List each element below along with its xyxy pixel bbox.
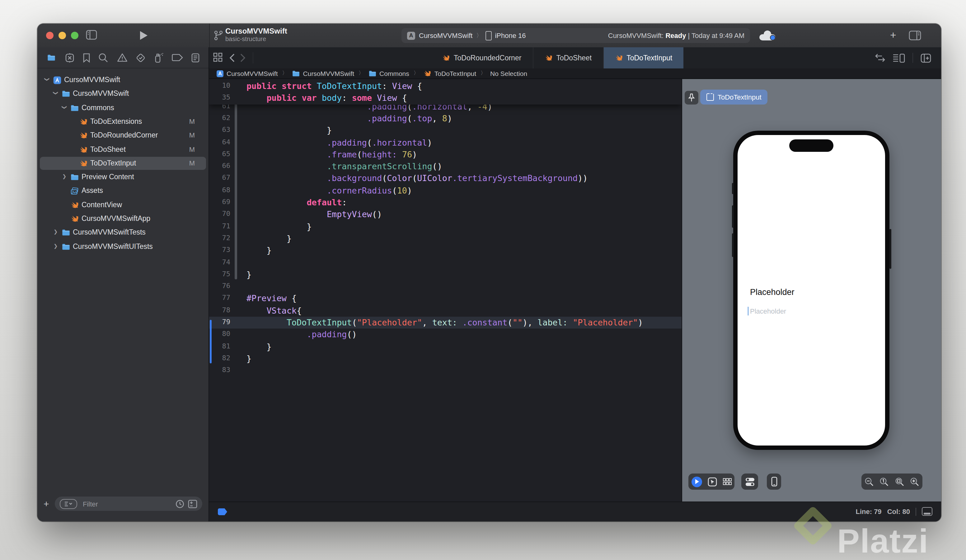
code-line[interactable]: 70 EmptyView() [209,209,682,221]
issues-navigator-icon[interactable] [117,53,127,62]
debug-navigator-icon[interactable] [154,52,164,63]
live-preview-button[interactable] [691,476,702,487]
add-editor-icon[interactable] [920,53,931,62]
editor-tab[interactable]: ToDoSheet [533,47,603,69]
disclosure-triangle[interactable]: ❯ [54,229,58,235]
code-line[interactable]: 81 } [209,341,682,353]
fold-ribbon[interactable] [235,102,237,279]
file-row[interactable]: ToDoSheetM [37,143,209,156]
reports-navigator-icon[interactable] [191,53,200,62]
disclosure-triangle[interactable]: ❯ [44,77,50,81]
toggle-inspector-icon[interactable] [909,31,921,41]
activity-status-bar[interactable]: A CursoMVVMSwift 〉 iPhone 16 CursoMVVMSw… [401,28,750,43]
add-file-button[interactable]: + [44,498,49,509]
editor-options-icon[interactable] [892,53,905,62]
file-row[interactable]: Assets [37,184,209,198]
filter-input[interactable] [82,499,153,508]
disclosure-triangle[interactable]: ❯ [62,174,66,179]
code-line[interactable]: 79 ToDoTextInput("Placeholder", text: .c… [209,317,682,329]
project-navigator-icon[interactable] [46,53,57,62]
source-control-status-icon[interactable] [188,499,197,508]
file-row[interactable]: CursoMVVMSwiftApp [37,212,209,226]
file-row[interactable]: ❯CursoMVVMSwiftUITests [37,240,209,254]
cloud-sync-icon[interactable] [759,31,775,41]
selectable-preview-button[interactable] [707,477,717,486]
go-forward-icon[interactable] [240,54,246,62]
tests-navigator-icon[interactable] [135,53,145,62]
file-row[interactable]: ToDoTextInputM [37,157,209,171]
code-line[interactable]: 80 .padding() [209,329,682,341]
code-line[interactable]: 62 .padding(.top, 8) [209,113,682,125]
zoom-in-icon[interactable] [910,477,920,486]
code-line[interactable]: 74 [209,257,682,269]
run-button[interactable] [140,31,148,41]
code-line[interactable]: 68 .cornerRadius(10) [209,184,682,197]
disclosure-triangle[interactable]: ❯ [54,243,58,249]
filter-options-icon[interactable] [60,499,77,509]
find-navigator-icon[interactable] [99,53,108,62]
zoom-window-button[interactable] [71,32,79,39]
disclosure-triangle[interactable]: ❯ [53,91,59,95]
code-line[interactable]: 72 } [209,233,682,245]
breakpoints-toggle[interactable] [218,508,227,515]
code-line[interactable]: 83 [209,365,682,377]
zoom-out-icon[interactable] [864,477,874,486]
pin-preview-button[interactable] [685,91,698,105]
zoom-100-icon[interactable] [880,477,889,486]
breadcrumb-item[interactable]: ToDoTextInput [423,69,476,77]
preview-text-field[interactable]: Placeholder [748,305,786,317]
minimize-window-button[interactable] [59,32,66,39]
cursor-line-indicator[interactable]: Line: 79 [856,508,881,515]
source-control-navigator-icon[interactable] [65,53,75,62]
code-line[interactable]: 77#Preview { [209,293,682,305]
file-row[interactable]: ❯CursoMVVMSwift [37,74,209,87]
code-line[interactable]: 73 } [209,245,682,257]
recent-files-icon[interactable] [176,499,184,508]
preview-device-button[interactable] [767,473,781,490]
cursor-col-indicator[interactable]: Col: 80 [887,508,910,515]
file-row[interactable]: ❯CursoMVVMSwiftTests [37,226,209,240]
code-line[interactable]: 75} [209,269,682,281]
code-review-icon[interactable] [875,54,885,62]
code-line[interactable]: 78 VStack{ [209,305,682,317]
file-row[interactable]: ❯CursoMVVMSwift [37,87,209,101]
toggle-debug-area-icon[interactable] [922,507,932,516]
variants-button[interactable] [722,478,732,485]
file-row[interactable]: ToDoRoundedCornerM [37,129,209,143]
go-back-icon[interactable] [229,54,235,62]
code-line[interactable]: 67 .background(Color(UIColor.tertiarySys… [209,172,682,185]
file-row[interactable]: ToDoExtensionsM [37,115,209,129]
code-line[interactable]: 65 .frame(height: 76) [209,149,682,161]
code-line[interactable]: 10public struct ToDoTextInput: View { [209,80,682,92]
disclosure-triangle[interactable]: ❯ [62,105,67,109]
file-row[interactable]: ContentView [37,198,209,212]
code-line[interactable]: 63 } [209,125,682,136]
code-line[interactable]: 76 [209,281,682,293]
editor-tab[interactable]: ToDoRoundedCorner [431,47,533,69]
related-items-icon[interactable] [213,52,223,62]
code-line[interactable]: 71 } [209,220,682,233]
breadcrumb-item[interactable]: CursoMVVMSwift [292,69,355,77]
code-line[interactable]: 35 public var body: some View { [209,92,682,105]
breadcrumb-item[interactable]: ACursoMVVMSwift [217,70,278,77]
breadcrumb-item[interactable]: No Selection [490,70,527,77]
code-line[interactable]: 69 default: [209,197,682,209]
run-destination[interactable]: iPhone 16 [495,32,526,39]
scheme-name[interactable]: CursoMVVMSwift [419,32,472,39]
breadcrumb-item[interactable]: Commons [368,69,409,77]
breakpoints-navigator-icon[interactable] [172,54,183,62]
code-line[interactable]: 82} [209,353,682,365]
device-settings-button[interactable] [741,473,758,490]
zoom-fit-icon[interactable] [895,477,904,486]
bookmarks-navigator-icon[interactable] [83,53,90,62]
editor-tab[interactable]: ToDoTextInput [603,47,683,69]
code-line[interactable]: 64 .padding(.horizontal) [209,136,682,149]
filter-field[interactable] [55,496,202,511]
preview-target-chip[interactable]: ToDoTextInput [700,90,768,105]
toggle-navigator-icon[interactable] [86,30,97,40]
file-row[interactable]: ❯Preview Content [37,171,209,184]
code-line[interactable]: 66 .transparentScrolling() [209,161,682,172]
code-editor[interactable]: 61 .padding(.horizontal, -4)62 .padding(… [209,79,682,501]
add-tab-button[interactable]: + [890,29,896,42]
file-row[interactable]: ❯Commons [37,101,209,115]
